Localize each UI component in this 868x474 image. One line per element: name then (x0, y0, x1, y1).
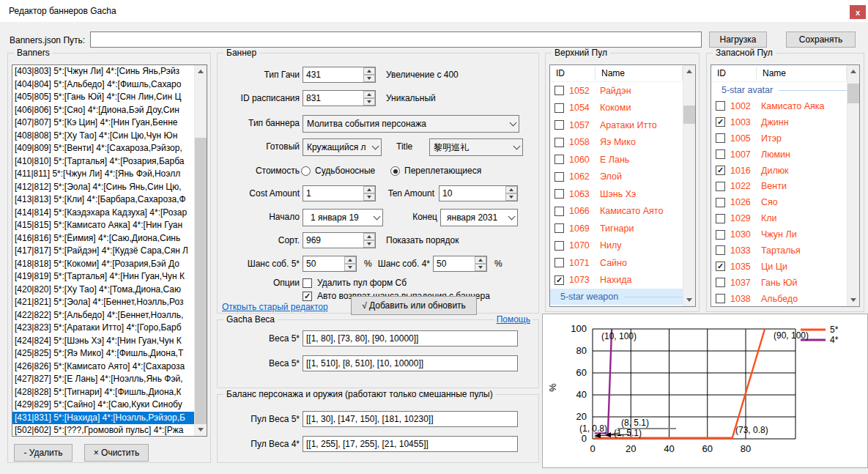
pool-row-checkbox[interactable] (554, 103, 564, 113)
banner-list-item[interactable]: [409|809] 5*:[Венти] 4*:[Сахароза,Рэйзор… (12, 142, 196, 155)
chance4-spinner[interactable]: 50 (433, 256, 487, 272)
option-remove-pool-checkbox[interactable] (303, 278, 312, 288)
title-combo[interactable]: 黎明巡礼 (429, 138, 523, 156)
reserve-pool-list[interactable]: ID Name 5-star avatar1002Камисато Аяка10… (711, 64, 860, 307)
banner-list-item[interactable]: [417|817] 5*:[Райдэн] 4*:[Кудзё Сара,Сян… (12, 245, 196, 258)
pool-row[interactable]: 11501Меч Сокола (550, 305, 695, 307)
pool-row[interactable]: 1033Тарталья (711, 242, 859, 259)
banner-list-item[interactable]: [415|815] 5*:[Камисато Аяка] 4*:[Нин Гуа… (12, 219, 196, 232)
banner-list-item[interactable]: [423|823] 5*:[Аратаки Итто] 4*:[Горо,Бар… (12, 322, 196, 335)
pool-row[interactable]: 1022Венти (711, 178, 859, 194)
banner-list-item[interactable]: [427|827] 5*:[Е Лань] 4*:[Ноэлль,Янь Фэй… (12, 373, 196, 386)
pool-row[interactable]: 1070Нилу (550, 237, 695, 255)
cost-amount-spinner[interactable]: 1 (303, 185, 376, 201)
banner-list-item[interactable]: [411|811] 5*:[Чжун Ли] 4*:[Янь Фэй,Ноэлл (12, 168, 196, 181)
pool-row-checkbox[interactable] (716, 101, 725, 111)
banner-list-item[interactable]: [418|818] 5*:[Кокоми] 4*:[Розария,Бэй До (12, 258, 196, 271)
pool-row[interactable]: 1073Нахида (550, 272, 695, 289)
pool-row-checkbox[interactable] (716, 294, 725, 303)
schedule-id-spinner[interactable]: 831 (303, 90, 376, 106)
cost-radio-intertwined[interactable] (390, 166, 400, 176)
pool-row[interactable]: 1060Е Лань (550, 151, 695, 169)
pool-row-checkbox[interactable] (554, 207, 564, 216)
scroll-down-button[interactable] (195, 423, 207, 436)
banner-list-item[interactable]: [420|820] 5*:[Ху Тао] 4*:[Тома,Диона,Саю (12, 284, 196, 297)
pool-row-checkbox[interactable] (554, 172, 564, 182)
pool-row[interactable]: 1058Яэ Мико (550, 134, 695, 152)
end-date-combo[interactable]: января 2031 (440, 209, 518, 226)
upper-pool-list[interactable]: ID Name 1052Райдэн1054Кокоми1057Аратаки … (549, 64, 696, 307)
scroll-up-button[interactable] (683, 65, 695, 78)
column-header-name[interactable]: Name (757, 67, 847, 80)
pool-row-checkbox[interactable] (554, 258, 564, 267)
close-button[interactable]: x (850, 5, 866, 19)
pool-row[interactable]: 1071Сайно (550, 254, 695, 272)
pool-row-checkbox[interactable] (554, 241, 564, 251)
reserve-pool-scrollbar[interactable] (847, 65, 859, 306)
save-button[interactable]: Сохранять (786, 32, 856, 48)
column-header-id[interactable]: ID (550, 67, 596, 80)
banner-list-item[interactable]: [421|821] 5*:[Эола] 4*:[Беннет,Ноэлль,Ро… (12, 296, 196, 309)
pool-row[interactable]: 1002Камисато Аяка (711, 98, 859, 114)
chance5-spinner[interactable]: 50 (303, 256, 357, 272)
banners-listbox[interactable]: [403|803] 5*:[Чжун Ли] 4*:[Синь Янь,Рэйз… (12, 64, 207, 437)
spinner-buttons[interactable] (363, 233, 375, 248)
banner-list-item[interactable]: [426|826] 5*:[Камисато Аято] 4*:[Сахароз… (12, 360, 196, 374)
pool-row-checkbox[interactable] (716, 214, 725, 223)
pool-row[interactable]: 1038Альбедо (711, 291, 859, 307)
pool-row-checkbox[interactable] (716, 182, 725, 191)
banner-list-item[interactable]: [410|810] 5*:[Тарталья] 4*:[Розария,Барб… (12, 155, 196, 169)
pool-row[interactable]: 1003Джинн (711, 114, 859, 130)
prefab-combo[interactable]: Кружащийся л (303, 138, 382, 156)
clear-banners-button[interactable]: × Очистить (84, 444, 149, 462)
cost-radio-fate[interactable] (301, 166, 311, 176)
add-update-button[interactable]: √ Добавить или обновить (351, 296, 477, 315)
banner-list-item[interactable]: [424|824] 5*:[Шэнь Хэ] 4*:[Нин Гуан,Чун … (12, 335, 196, 348)
spinner-buttons[interactable] (475, 256, 486, 271)
pool-row-checkbox[interactable] (554, 120, 564, 130)
pool-row[interactable]: 1030Чжун Ли (711, 226, 859, 242)
pool-row-checkbox[interactable] (716, 166, 725, 175)
pool-row[interactable]: 1066Камисато Аято (550, 203, 695, 221)
pool-row[interactable]: 1052Райдэн (550, 82, 695, 100)
pool-row-checkbox[interactable] (554, 155, 564, 164)
pool-row-checkbox[interactable] (554, 86, 564, 95)
pool-row[interactable]: 1026Сяо (711, 194, 859, 210)
pool-row-checkbox[interactable] (554, 189, 564, 199)
pool-row[interactable]: 1062Элой (550, 169, 695, 186)
pool-row[interactable]: 1035Ци Ци (711, 259, 859, 275)
ten-amount-spinner[interactable]: 10 (439, 185, 518, 201)
pool-row[interactable]: 1069Тигнари (550, 220, 695, 237)
banner-type-combo[interactable]: Молитва события персонажа (303, 115, 519, 133)
option-auto-return-checkbox[interactable] (303, 292, 312, 301)
pool-row-checkbox[interactable] (716, 149, 725, 159)
pool-row-checkbox[interactable] (716, 117, 725, 127)
scroll-thumb[interactable] (683, 105, 695, 124)
pool-row-checkbox[interactable] (716, 245, 725, 255)
banner-list-item[interactable]: [502|602] 5*:[???,Громовой пульс] 4*:[Рж… (12, 424, 196, 437)
banner-list-item[interactable]: [413|813] 5*:[Кли] 4*:[Барбара,Сахароза,… (12, 193, 196, 207)
pool-row[interactable]: 1007Люмин (711, 147, 859, 163)
titlebar[interactable]: Редактор баннеров Gacha x (0, 0, 868, 22)
scroll-thumb[interactable] (847, 84, 859, 103)
banner-list-item[interactable]: [429|829] 5*:[Сайно] 4*:[Саю,Куки Синобу (12, 399, 196, 412)
load-button[interactable]: Нагрузка (709, 32, 767, 48)
banners-scrollbar[interactable] (194, 65, 207, 436)
banner-list-item[interactable]: [404|804] 5*:[Альбедо] 4*:[Фишль,Сахаро (12, 78, 196, 92)
scroll-thumb[interactable] (195, 138, 207, 424)
pool-row[interactable]: 1029Кли (711, 210, 859, 226)
banner-list-item[interactable]: [431|831] 5*:[Нахида] 4*:[Ноэлль,Рэйзор,… (12, 412, 196, 425)
banner-list-item[interactable]: [407|807] 5*:[Кэ Цин] 4*:[Нин Гуан,Бенне (12, 116, 196, 130)
sort-spinner[interactable]: 969 (303, 232, 376, 248)
delete-banner-button[interactable]: - Удалить (14, 444, 73, 462)
upper-pool-scrollbar[interactable] (683, 65, 695, 306)
pool-row[interactable]: 1005Итэр (711, 130, 859, 147)
scroll-up-button[interactable] (847, 65, 859, 78)
scroll-down-button[interactable] (683, 294, 695, 306)
banner-list-item[interactable]: [406|806] 5*:[Сяо] 4*:[Диона,Бэй Доу,Син (12, 104, 196, 117)
spinner-buttons[interactable] (344, 256, 356, 271)
pool-weight4-input[interactable] (303, 436, 518, 452)
banner-list-item[interactable]: [419|819] 5*:[Тарталья] 4*:[Нин Гуан,Чун… (12, 270, 196, 284)
weight5-input[interactable] (303, 330, 518, 347)
banner-list-item[interactable]: [412|812] 5*:[Эола] 4*:[Синь Янь,Син Цю, (12, 181, 196, 194)
